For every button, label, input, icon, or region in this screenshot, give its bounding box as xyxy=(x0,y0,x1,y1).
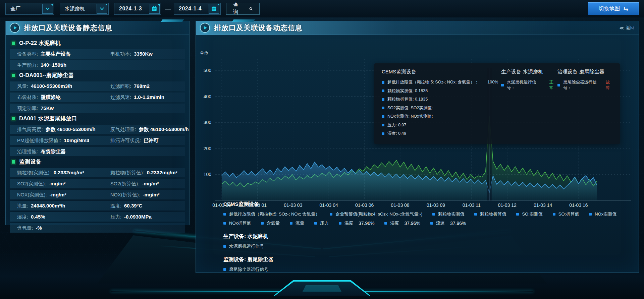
legend-item-label: SO:实测值 xyxy=(522,211,542,217)
data-cell: 过滤面积:768m2 xyxy=(110,83,150,89)
field-value: 24048.000m³/h xyxy=(31,203,65,208)
legend-item-label: 企业预警值(颗粒物:4; sOz-; NOx-;含氧气量:-) xyxy=(335,211,422,217)
legend-item[interactable]: 含氧量 xyxy=(261,220,280,226)
data-row: 风量:46100-55300m3/h过滤面积:768m2 xyxy=(10,81,185,91)
legend-item-label: 流速 xyxy=(436,220,445,226)
data-cell: 治理措施:布袋除尘器 xyxy=(17,148,110,155)
legend-item[interactable]: 颗粒物折算值 xyxy=(474,211,506,217)
data-row: 含氧量:-% xyxy=(10,223,185,233)
data-cell: 额定功率:75Kw xyxy=(17,105,110,112)
production-signal-item[interactable]: 水泥磨机运行信号 xyxy=(223,243,631,249)
tooltip-item-value: 100% xyxy=(487,80,498,84)
device-select[interactable]: 水泥磨机 xyxy=(60,3,109,15)
production-section-title: 生产设备: 水泥磨机 xyxy=(223,233,631,240)
chevron-down-icon[interactable] xyxy=(97,4,107,14)
field-value: 参数 46100-55300m/h xyxy=(46,126,96,133)
trend-chart[interactable]: 单位 50040030020010001-03 0001-03 0101-03 … xyxy=(196,35,639,216)
legend-marker-icon xyxy=(382,132,384,135)
section-heading: O-DA001--磨尾除尘器 xyxy=(12,71,186,79)
search-icon xyxy=(249,6,253,12)
green-square-icon xyxy=(12,74,15,77)
data-row: 排气筒高度:参数 46100-55300m/h废气处理量:参数 46100-55… xyxy=(10,125,185,134)
legend-marker-icon xyxy=(223,213,226,216)
data-cell: PM超低排排放限值::10mg/Nm3 xyxy=(17,137,110,144)
data-row: NOX(实测值):-mg/m³NOX(折算值):-mg/m³ xyxy=(10,190,185,199)
data-cell: 布袋材质:覆膜涤纶 xyxy=(17,94,110,101)
data-cell: SO2(实测值):-mg/m³ xyxy=(17,181,110,187)
data-row: SO2(实测值):-mg/m³SO2(折算值):-mg/m³ xyxy=(10,179,185,188)
tooltip-cems-items: 超低排放限值（颗拉物:5: SOz-; NOx; 含氧量）：100%颗粒物实测值… xyxy=(382,79,501,139)
legend-item[interactable]: 超低排放限值（颗拉物:5: SOz-; NOx; 含氧量） xyxy=(223,211,320,217)
legend-item[interactable]: 湿度37.96% xyxy=(384,220,420,226)
legend-marker-icon xyxy=(382,124,384,126)
field-value: 3350Kw xyxy=(134,51,153,57)
back-arrows-icon: ≪ xyxy=(619,25,624,31)
legend-marker-icon xyxy=(516,213,519,216)
monitoring-section-title: 监测设备: 磨尾除尘器 xyxy=(223,256,631,263)
legend-item[interactable]: 流量 xyxy=(290,220,304,226)
back-link[interactable]: ≪ 返回 xyxy=(619,25,635,31)
field-label: 风量: xyxy=(17,83,28,89)
data-cell: 颗粒物(折算值):0.2332mg/m³ xyxy=(110,170,177,176)
tooltip-item: 颗粒物实测值: 0.1835 xyxy=(382,88,501,94)
date-end-input[interactable]: 2024-1-4 xyxy=(174,3,221,15)
data-row: 设备类型:主要生产设备电机功率:3350Kw xyxy=(10,49,185,59)
section-heading-label: O-DA001--磨尾除尘器 xyxy=(19,72,74,79)
legend-item[interactable]: SO:实测值 xyxy=(516,211,542,217)
device-select-value: 水泥磨机 xyxy=(60,6,97,12)
calendar-icon[interactable] xyxy=(209,4,219,14)
field-value: 主要生产设备 xyxy=(41,51,71,57)
legend-item[interactable]: 企业预警值(颗粒物:4; sOz-; NOx-;含氧气量:-) xyxy=(330,211,422,217)
green-square-icon xyxy=(12,42,15,45)
legend-item-label: 含氧量 xyxy=(267,220,280,226)
legend-item[interactable]: 温度37.96% xyxy=(339,220,374,226)
legend-item[interactable]: 颗粒物实测值 xyxy=(432,211,464,217)
field-label: 颗粒物(实测值): xyxy=(17,170,51,176)
dynamic-info-title: 排放口及关联设备动态信息 xyxy=(214,23,303,33)
query-button[interactable]: 查询 xyxy=(226,3,260,15)
legend-marker-icon xyxy=(339,222,341,225)
legend-item[interactable]: NOx实测值 xyxy=(589,211,616,217)
field-label: 布袋材质: xyxy=(17,94,38,101)
legend-item-label: NOx实测值 xyxy=(595,211,616,217)
field-value: -% xyxy=(36,225,42,231)
tooltip-item-label: 超低排放限值（颗拉物:5: SOz-; NOx; 含氧量）： xyxy=(387,79,479,85)
static-info-header: 排放口及关联设备静态信息 xyxy=(6,21,189,35)
field-label: 压力: xyxy=(110,214,121,220)
tooltip-production-title: 生产设备-水泥磨机 xyxy=(501,69,557,75)
tooltip-item-label: 压力: 0.07 xyxy=(387,122,406,128)
legend-marker-icon xyxy=(223,268,226,271)
date-start-input[interactable]: 2024-1-3 xyxy=(114,3,161,15)
tooltip-item: SO2实测值: SO2实测值: xyxy=(382,105,501,111)
chevron-down-icon[interactable] xyxy=(42,4,53,14)
svg-text:300: 300 xyxy=(204,120,212,125)
legend-marker-icon xyxy=(261,222,264,225)
field-label: SO2(实测值): xyxy=(17,181,46,187)
legend-marker-icon xyxy=(432,213,435,216)
static-info-body: O-P-22 水泥磨机设备类型:主要生产设备电机功率:3350Kw生产能力:14… xyxy=(6,35,189,236)
svg-text:400: 400 xyxy=(204,94,212,99)
swap-icon: ⇆ xyxy=(623,6,628,12)
legend-item[interactable]: 压力 xyxy=(314,220,329,226)
data-cell: 湿度:0.45% xyxy=(17,214,110,220)
switch-map-button[interactable]: 切换地图 ⇆ xyxy=(588,2,639,15)
legend-item[interactable]: 流速37.96% xyxy=(430,220,466,226)
svg-text:100: 100 xyxy=(204,172,212,177)
field-label: 治理措施: xyxy=(17,148,38,155)
legend-marker-icon xyxy=(223,245,226,248)
tooltip-item-label: 颗粒物实测值: 0.1835 xyxy=(387,88,428,94)
legend-marker-icon xyxy=(223,222,226,225)
legend-item[interactable]: NOx折算值 xyxy=(223,220,251,226)
data-cell: 颗粒物(实测值):0.2332mg/m³ xyxy=(17,170,110,176)
field-value: 60.39°C xyxy=(124,203,142,208)
field-value: 140~150t/h xyxy=(41,62,66,68)
field-value: -0.0930MPa xyxy=(124,214,152,220)
legend-item[interactable]: SO:折算值 xyxy=(553,211,579,217)
field-label: 排气筒高度: xyxy=(17,126,43,133)
calendar-icon[interactable] xyxy=(149,4,160,14)
legend-row-2: NOx折算值含氧量流量压力温度37.96%湿度37.96%流速37.96% xyxy=(223,220,631,226)
monitoring-signal-item[interactable]: 磨尾除尘器运行信号 xyxy=(223,266,631,273)
data-cell: 排气筒高度:参数 46100-55300m/h xyxy=(17,126,110,133)
plant-select-value: 全厂 xyxy=(6,6,42,12)
plant-select[interactable]: 全厂 xyxy=(5,3,54,15)
